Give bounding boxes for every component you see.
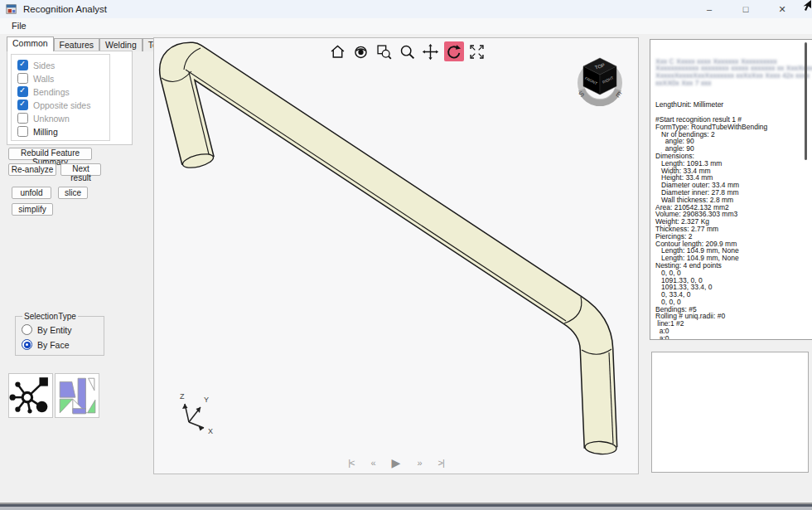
checkbox-label: Walls [33,74,54,84]
window-title: Recognition Analyst [23,4,107,14]
checkbox-label: Opposite sides [33,100,90,110]
radio-by-entity[interactable]: By Entity [22,324,71,335]
check-icon: ✓ [19,59,26,68]
check-icon: ✓ [19,99,26,108]
rotate-icon [445,43,462,61]
zoom-window-button[interactable] [375,41,394,61]
slice-button[interactable]: slice [58,187,88,199]
selection-type-group: SelectionType By Entity By Face [15,316,104,356]
zoom-button[interactable] [398,41,418,61]
checkbox-sides[interactable]: ✓ Sides [17,60,55,70]
nav-cube[interactable]: S E TOP FRONT RIGHT [573,53,626,106]
tab-page-common: ✓ Sides Walls ✓ Bendings ✓ Opposite side… [7,51,133,145]
fit-fullscreen-button[interactable] [467,41,487,61]
checkbox-label: Bendings [33,87,70,97]
playback-next-button[interactable]: » [415,458,423,468]
check-icon: ✓ [19,85,26,95]
viewport-toolbar [328,41,487,61]
axis-z-label: Z [180,392,185,401]
tab-features[interactable]: Features [54,38,99,51]
checkbox-checked-icon: ✓ [17,60,28,70]
scrollbar-thumb[interactable] [805,42,807,160]
view-orientation-button[interactable] [351,41,371,61]
playback-first-button[interactable]: |< [346,458,355,468]
tab-welding[interactable]: Welding [99,38,143,51]
checkbox-opposite-sides[interactable]: ✓ Opposite sides [17,100,90,110]
recognition-output-panel[interactable]: Xxx C Xxxxx xxxx Xxxxxxx Xxxxxxxxxx Xxxx… [650,39,812,340]
eye-icon [352,43,370,61]
secondary-output-panel [651,352,809,473]
redacted-file-info: Xxx C Xxxxx xxxx Xxxxxxx Xxxxxxxxxx Xxxx… [655,58,805,87]
graph-thumbnail[interactable] [8,373,53,418]
minimize-button[interactable]: – [691,0,727,18]
checkbox-unknown[interactable]: Unknown [17,113,70,124]
unfold-button[interactable]: unfold [12,187,51,199]
radio-label: By Entity [37,325,71,335]
playback-play-button[interactable]: ▶ [390,456,403,469]
maximize-button[interactable]: □ [727,0,764,18]
shapes-thumbnail[interactable] [55,373,99,418]
pan-icon [422,43,439,61]
window-controls: – □ ✕ [691,0,800,18]
playback-prev-button[interactable]: « [369,458,376,468]
playback-controls: |< « ▶ » >| [154,454,638,472]
tube-model [154,38,638,474]
checkbox-label: Milling [33,127,58,137]
checkbox-bendings[interactable]: ✓ Bendings [17,86,70,97]
playback-last-button[interactable]: >| [437,458,446,468]
checkbox-unchecked-icon [17,73,28,84]
checkbox-unchecked-icon [17,113,28,124]
simplify-button[interactable]: simplify [12,203,53,216]
checkbox-unchecked-icon [17,126,28,137]
radio-selected-icon [22,339,32,350]
rotate-button[interactable] [444,41,464,61]
menu-item-file[interactable]: File [7,20,31,32]
axis-x-label: X [208,427,213,435]
zoom-window-icon [375,43,393,61]
checkbox-checked-icon: ✓ [17,100,28,110]
checkbox-label: Sides [33,61,55,70]
checkbox-label: Unknown [33,114,70,124]
magnifier-icon [399,43,416,61]
home-view-button[interactable] [328,41,348,61]
axis-y-label: Y [204,396,209,404]
radio-unselected-icon [22,324,32,335]
next-result-button[interactable]: Next result [60,163,101,176]
radio-label: By Face [37,340,70,350]
feature-checkbox-group: ✓ Sides Walls ✓ Bendings ✓ Opposite side… [11,54,110,141]
tab-common[interactable]: Common [7,36,54,51]
close-button[interactable]: ✕ [764,0,800,18]
mouse-cursor [802,0,812,12]
window-titlebar: Recognition Analyst – □ ✕ [0,0,812,18]
app-icon [6,3,17,15]
rebuild-feature-summary-button[interactable]: Rebuild Feature Summary [8,148,92,160]
graph-icon [9,374,51,415]
menubar: File [0,18,812,34]
expand-icon [468,43,486,61]
selection-type-title: SelectionType [22,312,78,321]
checkbox-checked-icon: ✓ [17,86,28,97]
pan-button[interactable] [421,41,441,61]
home-icon [329,43,346,61]
axis-triad: Z Y X [164,389,217,442]
app-window: Recognition Analyst – □ ✕ File Common Fe… [0,0,812,510]
shapes-icon [56,374,97,415]
checkbox-milling[interactable]: Milling [17,126,58,137]
radio-by-face[interactable]: By Face [22,339,70,350]
checkbox-walls[interactable]: Walls [17,73,54,84]
reanalyze-button[interactable]: Re-analyze [8,163,56,176]
taskbar-sliver [0,507,812,510]
recognition-report: LengthUnit: Millimeter #Start recognitio… [655,101,805,340]
viewport-3d[interactable]: S E TOP FRONT RIGHT Z Y X |< « [153,37,639,474]
